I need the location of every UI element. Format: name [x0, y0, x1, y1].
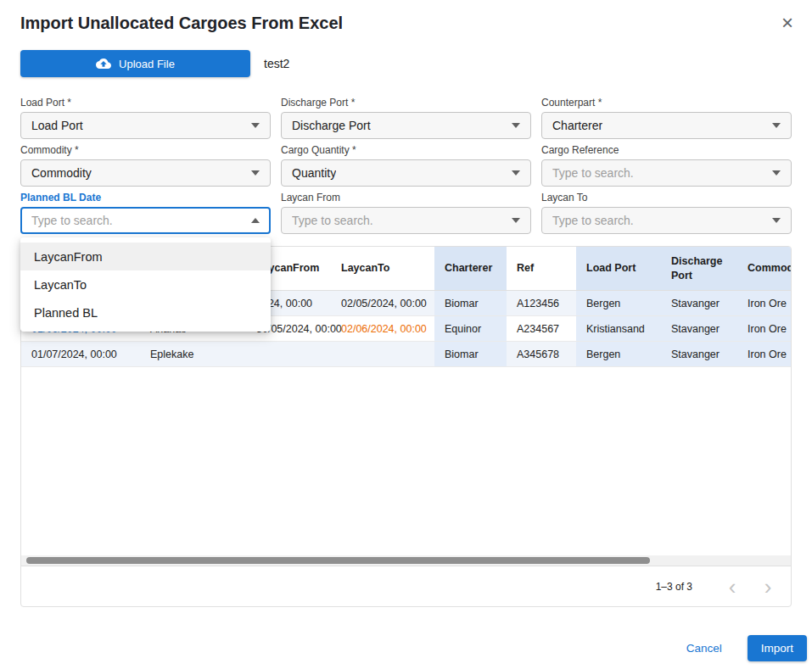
chevron-left-icon[interactable]: ‹: [718, 572, 747, 601]
dialog-title: Import Unallocated Cargoes From Excel: [20, 14, 343, 33]
column-header-load-port: Load Port: [576, 247, 661, 290]
horizontal-scrollbar[interactable]: [21, 555, 791, 566]
chevron-down-icon: [512, 170, 520, 176]
select-commodity[interactable]: Commodity: [20, 159, 271, 187]
select-laycan-to[interactable]: Type to search.: [541, 207, 792, 234]
chevron-down-icon: [512, 218, 520, 223]
table-cell: Stavanger: [661, 291, 737, 315]
chevron-down-icon: [772, 218, 781, 223]
select-placeholder: Type to search.: [552, 214, 634, 227]
import-cargoes-dialog: Import Unallocated Cargoes From Excel × …: [0, 0, 812, 669]
form-grid: Load Port *Load PortDischarge Port *Disc…: [20, 97, 792, 234]
horizontal-scrollbar-thumb[interactable]: [26, 557, 650, 564]
cancel-button[interactable]: Cancel: [680, 637, 729, 660]
table-empty-area: [21, 367, 791, 555]
form-field-load-port: Load Port *Load Port: [20, 97, 271, 139]
table-cell: Kristiansand: [576, 316, 661, 341]
chevron-down-icon: [512, 123, 520, 128]
table-cell: Stavanger: [661, 342, 737, 366]
chevron-right-icon[interactable]: ›: [753, 572, 782, 601]
select-discharge-port[interactable]: Discharge Port: [281, 112, 531, 139]
table-cell: Eplekake: [140, 342, 246, 366]
table-cell: A123456: [507, 291, 576, 315]
select-value: Load Port: [31, 119, 83, 132]
table-cell: 01/07/2024, 00:00: [21, 342, 140, 366]
field-label: Laycan From: [281, 192, 531, 204]
table-cell: Stavanger: [661, 316, 737, 341]
select-value: Commodity: [31, 166, 92, 180]
form-field-counterpart: Counterpart *Charterer: [541, 97, 792, 139]
table-cell: Iron Ore: [737, 316, 792, 341]
select-placeholder: Type to search.: [31, 214, 113, 227]
select-placeholder: Type to search.: [552, 166, 634, 180]
upload-file-button[interactable]: Upload File: [20, 50, 250, 77]
table-cell: Bergen: [576, 342, 661, 366]
select-planned-bl-date[interactable]: Type to search.: [20, 207, 271, 234]
field-label: Laycan To: [541, 192, 792, 204]
select-value: Quantity: [292, 166, 336, 180]
form-field-laycan-from: Laycan FromType to search.: [281, 192, 531, 234]
planned-bl-dropdown-menu: LaycanFromLaycanToPlanned BL: [20, 237, 271, 332]
field-label: Planned BL Date: [20, 192, 271, 204]
table-cell: Bergen: [576, 291, 661, 315]
table-cell: A234567: [507, 316, 576, 341]
chevron-down-icon: [772, 123, 781, 128]
field-label: Commodity *: [20, 144, 271, 157]
table-row: 01/07/2024, 00:00EplekakeBiomarA345678Be…: [21, 342, 792, 367]
table-cell: Equinor: [434, 316, 507, 341]
form-field-commodity: Commodity *Commodity: [20, 144, 271, 187]
table-cell: Biomar: [434, 342, 507, 366]
table-cell: 02/05/2024, 00:00: [331, 291, 434, 315]
form-field-laycan-to: Laycan ToType to search.: [541, 192, 792, 234]
select-value: Discharge Port: [292, 119, 371, 132]
menu-item-planned-bl[interactable]: Planned BL: [20, 298, 271, 326]
chevron-up-icon: [251, 218, 260, 223]
select-cargo-quantity[interactable]: Quantity: [281, 159, 531, 187]
column-header-charterer: Charterer: [434, 247, 507, 290]
field-label: Load Port *: [20, 97, 271, 109]
form-field-discharge-port: Discharge Port *Discharge Port: [281, 97, 531, 139]
menu-item-laycanto[interactable]: LaycanTo: [20, 270, 271, 298]
uploaded-file-name: test2: [264, 57, 289, 70]
table-cell: Iron Ore: [737, 342, 792, 366]
field-label: Cargo Quantity *: [281, 144, 531, 157]
field-label: Discharge Port *: [281, 97, 531, 109]
cloud-upload-icon: [96, 56, 111, 71]
table-cell: 02/06/2024, 00:00: [331, 316, 434, 341]
table-pagination: 1–3 of 3 ‹ ›: [21, 566, 791, 606]
column-header-laycanto: LaycanTo: [331, 247, 434, 290]
close-icon[interactable]: ×: [775, 10, 800, 36]
table-cell: [331, 342, 434, 366]
select-value: Charterer: [552, 119, 602, 132]
table-cell: [246, 342, 331, 366]
column-header-discharge-port: Discharge Port: [661, 247, 737, 290]
form-field-cargo-quantity: Cargo Quantity *Quantity: [281, 144, 531, 187]
pagination-range-label: 1–3 of 3: [656, 581, 692, 593]
chevron-down-icon: [251, 123, 260, 128]
form-field-cargo-reference: Cargo ReferenceType to search.: [541, 144, 792, 187]
table-cell: Iron Ore: [737, 291, 792, 315]
column-header-ref: Ref: [507, 247, 576, 290]
table-cell: Biomar: [434, 291, 507, 315]
column-header-commodity: Commodity: [737, 247, 792, 290]
select-placeholder: Type to search.: [292, 214, 373, 227]
select-laycan-from[interactable]: Type to search.: [281, 207, 531, 234]
menu-item-laycanfrom[interactable]: LaycanFrom: [20, 243, 271, 270]
import-button[interactable]: Import: [748, 635, 807, 661]
dialog-actions: Cancel Import: [680, 635, 807, 661]
select-cargo-reference[interactable]: Type to search.: [541, 159, 792, 187]
chevron-down-icon: [772, 170, 781, 176]
select-counterpart[interactable]: Charterer: [541, 112, 792, 139]
field-label: Cargo Reference: [541, 144, 792, 157]
field-label: Counterpart *: [541, 97, 792, 109]
select-load-port[interactable]: Load Port: [20, 112, 271, 139]
form-field-planned-bl-date: Planned BL DateType to search.: [20, 192, 271, 234]
upload-file-label: Upload File: [119, 58, 175, 70]
table-cell: A345678: [507, 342, 576, 366]
chevron-down-icon: [251, 170, 260, 176]
